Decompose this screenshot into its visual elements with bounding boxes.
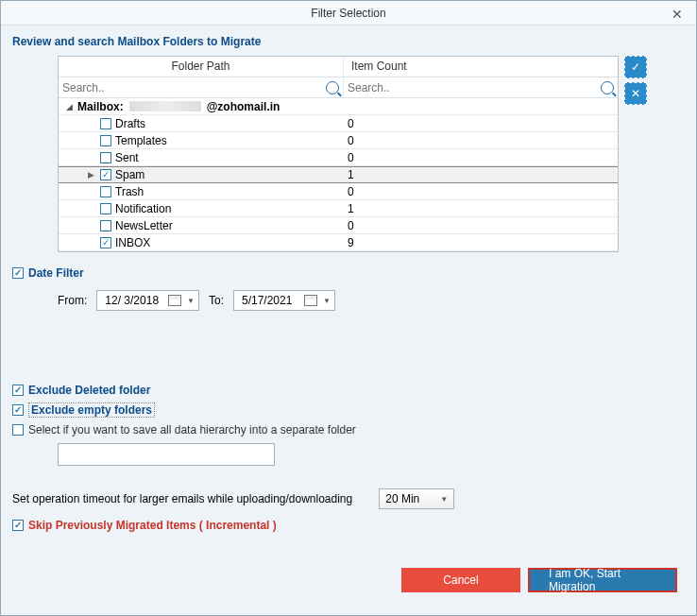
table-row[interactable]: INBOX9: [59, 234, 618, 251]
start-migration-button[interactable]: I am OK, Start Migration: [528, 568, 677, 592]
folder-label: Spam: [115, 168, 144, 181]
folder-label: NewsLetter: [115, 219, 173, 232]
folder-label: Sent: [115, 151, 139, 164]
calendar-icon[interactable]: [168, 295, 181, 306]
chevron-down-icon[interactable]: ▼: [187, 297, 195, 305]
table-row[interactable]: ▶Spam1: [59, 166, 618, 183]
exclude-deleted-checkbox[interactable]: [12, 385, 24, 396]
date-range-row: From: 12/ 3/2018 ▼ To: 5/17/2021 ▼: [58, 290, 685, 311]
save-hierarchy-option[interactable]: Select if you want to save all data hier…: [12, 423, 685, 436]
folder-label: Templates: [115, 134, 167, 147]
deselect-all-button[interactable]: [624, 82, 647, 105]
item-count: 0: [344, 134, 618, 147]
table-row[interactable]: NewsLetter0: [59, 217, 618, 234]
chevron-down-icon[interactable]: ▼: [323, 297, 331, 305]
table-row[interactable]: Drafts0: [59, 115, 618, 132]
search-icon[interactable]: [601, 81, 614, 94]
table-row[interactable]: Trash0: [59, 183, 618, 200]
from-label: From:: [58, 294, 87, 307]
skip-migrated-checkbox[interactable]: [12, 520, 24, 531]
item-count: 9: [344, 236, 618, 249]
select-all-button[interactable]: [624, 56, 647, 78]
row-checkbox[interactable]: [100, 186, 111, 197]
expand-icon[interactable]: ◢: [64, 102, 74, 111]
row-checkbox[interactable]: [100, 220, 111, 231]
mailbox-root-row[interactable]: ◢ Mailbox: @zohomail.in: [59, 98, 618, 115]
row-arrow-icon: ▶: [85, 170, 96, 180]
item-count: 1: [344, 168, 618, 181]
item-count: 0: [344, 151, 618, 164]
save-hierarchy-checkbox[interactable]: [12, 424, 24, 436]
table-row[interactable]: Sent0: [59, 149, 618, 166]
folder-search-input[interactable]: [62, 81, 326, 94]
chevron-down-icon: ▼: [440, 495, 448, 504]
titlebar: Filter Selection ✕: [1, 1, 696, 26]
item-count: 1: [344, 202, 618, 215]
row-checkbox[interactable]: [100, 135, 111, 146]
to-label: To:: [209, 294, 224, 307]
redacted-user: [129, 101, 201, 111]
row-checkbox[interactable]: [100, 169, 111, 180]
timeout-combo[interactable]: 20 Min ▼: [379, 488, 454, 509]
row-checkbox[interactable]: [100, 118, 111, 129]
folder-label: Drafts: [115, 117, 145, 130]
exclude-empty-option[interactable]: Exclude empty folders: [12, 402, 685, 418]
row-checkbox[interactable]: [100, 237, 111, 248]
search-icon[interactable]: [326, 81, 339, 94]
folder-label: INBOX: [115, 236, 150, 249]
folder-label: Notification: [115, 202, 171, 215]
date-filter-checkbox[interactable]: [12, 267, 24, 279]
close-icon[interactable]: ✕: [666, 5, 688, 24]
mailbox-prefix: Mailbox:: [77, 100, 124, 113]
row-checkbox[interactable]: [100, 152, 111, 163]
skip-migrated-option[interactable]: Skip Previously Migrated Items ( Increme…: [12, 519, 685, 532]
folder-grid-container: Folder Path Item Count: [58, 56, 647, 252]
cancel-button[interactable]: Cancel: [401, 568, 520, 592]
table-row[interactable]: Templates0: [59, 132, 618, 149]
grid-header: Folder Path Item Count: [59, 57, 618, 77]
exclude-deleted-option[interactable]: Exclude Deleted folder: [12, 384, 685, 397]
filter-selection-window: Filter Selection ✕ Review and search Mai…: [0, 0, 697, 616]
page-heading: Review and search Mailbox Folders to Mig…: [12, 35, 685, 48]
item-count: 0: [344, 185, 618, 198]
timeout-label: Set operation timeout for larger emails …: [12, 492, 352, 505]
timeout-row: Set operation timeout for larger emails …: [12, 488, 685, 509]
hierarchy-path-input[interactable]: [58, 443, 275, 466]
col-header-folder[interactable]: Folder Path: [59, 57, 344, 77]
folder-label: Trash: [115, 185, 144, 198]
grid-search-row: [59, 77, 618, 98]
date-filter-option[interactable]: Date Filter: [12, 266, 685, 280]
footer: Cancel I am OK, Start Migration: [12, 558, 685, 606]
calendar-icon[interactable]: [304, 295, 317, 306]
mailbox-suffix: @zohomail.in: [207, 100, 280, 113]
select-all-panel: [624, 56, 647, 252]
window-title: Filter Selection: [311, 7, 385, 20]
table-row[interactable]: Notification1: [59, 200, 618, 217]
row-checkbox[interactable]: [100, 203, 111, 214]
to-date-field[interactable]: 5/17/2021 ▼: [233, 290, 335, 311]
content-area: Review and search Mailbox Folders to Mig…: [1, 26, 696, 615]
col-header-count[interactable]: Item Count: [344, 57, 618, 77]
count-search-input[interactable]: [348, 81, 601, 94]
grid-body: ◢ Mailbox: @zohomail.in Drafts0Templates…: [59, 98, 618, 251]
item-count: 0: [344, 219, 618, 232]
item-count: 0: [344, 117, 618, 130]
from-date-field[interactable]: 12/ 3/2018 ▼: [96, 290, 199, 311]
folder-grid: Folder Path Item Count: [58, 56, 619, 252]
exclude-empty-checkbox[interactable]: [12, 404, 24, 416]
